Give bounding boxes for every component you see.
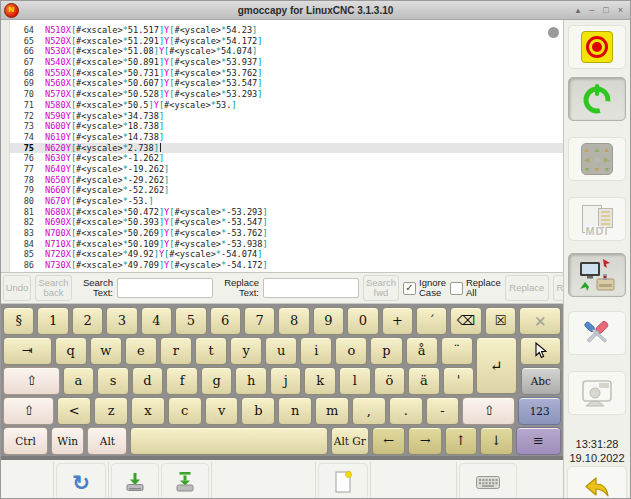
back-button[interactable] [567,466,627,499]
key-n[interactable]: n [278,397,312,425]
key-5[interactable]: 5 [175,307,206,335]
key-enter[interactable]: ↵ [476,337,517,394]
key-6[interactable]: 6 [210,307,241,335]
key-å[interactable]: å [406,337,438,365]
key-win[interactable]: Win [51,427,84,455]
settings-button[interactable] [568,311,626,355]
code-line[interactable]: 80N670Y[#<yscale>*-53.] [10,196,563,207]
key-c[interactable]: c [168,397,202,425]
key-0[interactable]: 0 [347,307,378,335]
key-h[interactable]: h [235,367,267,395]
key-arrow-down[interactable]: ↓ [480,427,513,455]
key-4[interactable]: 4 [141,307,172,335]
code-line[interactable]: 78N650Y[#<yscale>*-29.262] [10,175,563,186]
key-backspace[interactable]: ⌫ [450,307,481,335]
code-line[interactable]: 66N530X[#<xscale>*51.08]Y[#<yscale>*54.0… [10,46,563,57]
key-+[interactable]: + [382,307,413,335]
key-a[interactable]: a [63,367,95,395]
key-o[interactable]: o [335,337,367,365]
key-3[interactable]: 3 [106,307,137,335]
estop-button[interactable] [568,25,626,69]
key-ö[interactable]: ö [374,367,406,395]
key-k[interactable]: k [304,367,336,395]
key-g[interactable]: g [201,367,233,395]
code-line[interactable]: 71N580X[#<xscale>*50.5]Y[#<yscale>*53.] [10,100,563,111]
key-1[interactable]: 1 [37,307,68,335]
manual-jog-button[interactable]: ▲▲▲ ◀■▶ ▼▼▼ [568,137,626,181]
show-keyboard-button[interactable] [459,463,517,499]
code-line[interactable]: 74N610Y[#<yscale>*14.738] [10,132,563,143]
search-input[interactable] [117,278,213,298]
code-line[interactable]: 86N730X[#<xscale>*49.709]Y[#<yscale>*-54… [10,260,563,271]
key-9[interactable]: 9 [313,307,344,335]
user-settings-button[interactable] [568,371,626,415]
code-line[interactable]: 83N700X[#<xscale>*50.269]Y[#<yscale>*-53… [10,228,563,239]
key-j[interactable]: j [270,367,302,395]
key-r[interactable]: r [160,337,192,365]
key-8[interactable]: 8 [278,307,309,335]
key-w[interactable]: w [90,337,122,365]
key-acute[interactable]: ´ [416,307,447,335]
reload-file-button[interactable]: ↻ [56,463,106,499]
save-as-button[interactable] [161,463,209,499]
code-line[interactable]: 77N640Y[#<yscale>*-19.262] [10,164,563,175]
key-shift-right[interactable]: ⇧ [462,397,515,425]
key-caps-lock[interactable]: ⇧ [3,367,60,395]
code-line[interactable]: 64N510X[#<xscale>*51.517]Y[#<yscale>*54.… [10,25,563,36]
code-line[interactable]: 82N690X[#<xscale>*50.393]Y[#<yscale>*-53… [10,217,563,228]
code-line[interactable]: 67N540X[#<xscale>*50.891]Y[#<yscale>*53.… [10,57,563,68]
redo-button[interactable]: Redo [553,275,563,301]
code-line[interactable]: 79N660Y[#<yscale>*-52.262] [10,185,563,196]
replace-button[interactable]: Replace [505,275,549,301]
key-l[interactable]: l [339,367,371,395]
replace-input[interactable] [263,278,359,298]
key-diaeresis[interactable]: ¨ [441,337,473,365]
key-2[interactable]: 2 [72,307,103,335]
save-file-button[interactable] [111,463,159,499]
power-button[interactable] [568,77,626,121]
key-space[interactable] [130,427,327,455]
key-z[interactable]: z [94,397,128,425]
minimize-button[interactable]: – [589,6,594,15]
code-line[interactable]: 68N550X[#<xscale>*50.731]Y[#<yscale>*53.… [10,68,563,79]
key-m[interactable]: m [315,397,349,425]
code-line[interactable]: 72N590Y[#<yscale>*34.738] [10,111,563,122]
key-s[interactable]: s [97,367,129,395]
key-ä[interactable]: ä [408,367,440,395]
key-b[interactable]: b [241,397,275,425]
key-period[interactable]: . [389,397,423,425]
code-line[interactable]: 69N560X[#<xscale>*50.607]Y[#<yscale>*53.… [10,78,563,89]
key-shift-left[interactable]: ⇧ [3,397,54,425]
search-back-button[interactable]: Search back [35,275,72,301]
replace-all-checkbox[interactable]: Replace All [450,278,501,298]
key-§[interactable]: § [3,307,34,335]
mdi-button[interactable]: MDI [568,197,626,241]
key-num-mode[interactable]: 123 [518,397,561,425]
key-q[interactable]: q [55,337,87,365]
key-ctrl[interactable]: Ctrl [3,427,48,455]
key-comma[interactable]: , [352,397,386,425]
key-alt-gr[interactable]: Alt Gr [331,427,369,455]
key-close-keyboard[interactable]: × [519,307,561,335]
gcode-editor[interactable]: 64N510X[#<xscale>*51.517]Y[#<yscale>*54.… [1,20,563,273]
key-x[interactable]: x [131,397,165,425]
key-apostrophe[interactable]: ' [443,367,475,395]
code-line[interactable]: 73N600Y[#<yscale>*18.738] [10,121,563,132]
key-tab[interactable]: ⇥ [3,337,52,365]
new-file-button[interactable] [318,463,368,499]
key-minus[interactable]: - [426,397,460,425]
code-line[interactable]: 84N710X[#<xscale>*50.109]Y[#<yscale>*-53… [10,239,563,250]
edit-mode-button[interactable] [568,253,626,297]
key-y[interactable]: y [230,337,262,365]
code-line[interactable]: 70N570X[#<xscale>*50.528]Y[#<yscale>*53.… [10,89,563,100]
code-line[interactable]: 75N620Y[#<yscale>*2.738] [10,143,563,154]
maximize-button[interactable]: □ [603,6,608,15]
search-fwd-button[interactable]: Search fwd [363,275,399,301]
key-arrow-left[interactable]: ← [372,427,405,455]
key-e[interactable]: e [125,337,157,365]
key-v[interactable]: v [205,397,239,425]
key-menu[interactable]: ≡ [516,427,561,455]
rollup-button[interactable]: ▴ [576,6,581,15]
key-7[interactable]: 7 [244,307,275,335]
key-i[interactable]: i [300,337,332,365]
